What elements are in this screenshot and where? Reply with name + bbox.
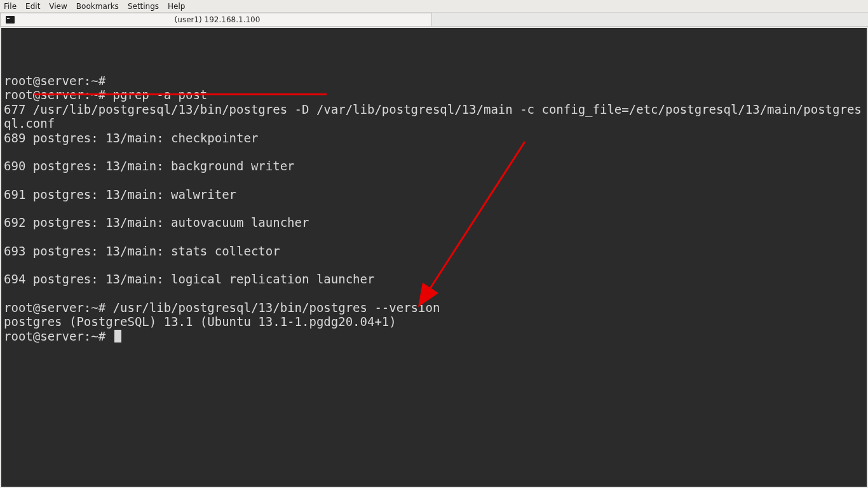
menu-settings[interactable]: Settings	[128, 2, 159, 11]
menu-edit[interactable]: Edit	[25, 2, 40, 11]
prompt: root@server:~#	[4, 301, 113, 315]
output-691: 691 postgres: 13/main: walwriter	[4, 187, 244, 201]
terminal-content: root@server:~# root@server:~# pgrep -a p…	[4, 59, 863, 429]
output-692: 692 postgres: 13/main: autovacuum launch…	[4, 215, 316, 229]
output-693: 693 postgres: 13/main: stats collector	[4, 244, 287, 258]
output-version: postgres (PostgreSQL) 13.1 (Ubuntu 13.1-…	[4, 315, 397, 329]
output-694: 694 postgres: 13/main: logical replicati…	[4, 272, 382, 286]
terminal-tab[interactable]: (user1) 192.168.1.100	[0, 13, 432, 26]
terminal[interactable]: root@server:~# root@server:~# pgrep -a p…	[1, 28, 867, 487]
terminal-icon	[6, 16, 15, 24]
menu-file[interactable]: File	[4, 2, 17, 11]
tab-bar: (user1) 192.168.1.100	[0, 13, 868, 27]
menu-help[interactable]: Help	[168, 2, 185, 11]
prompt: root@server:~#	[4, 74, 113, 88]
cursor	[114, 330, 121, 342]
annotation-underline	[34, 93, 327, 95]
tab-title: (user1) 192.168.1.100	[18, 15, 431, 24]
output-690: 690 postgres: 13/main: background writer	[4, 159, 302, 173]
prompt: root@server:~#	[4, 329, 113, 343]
menu-bar: File Edit View Bookmarks Settings Help	[0, 0, 868, 13]
output-689: 689 postgres: 13/main: checkpointer	[4, 131, 266, 145]
output-677: 677 /usr/lib/postgresql/13/bin/postgres …	[4, 102, 862, 131]
cmd-version: /usr/lib/postgresql/13/bin/postgres --ve…	[113, 301, 440, 315]
menu-view[interactable]: View	[49, 2, 67, 11]
menu-bookmarks[interactable]: Bookmarks	[76, 2, 119, 11]
